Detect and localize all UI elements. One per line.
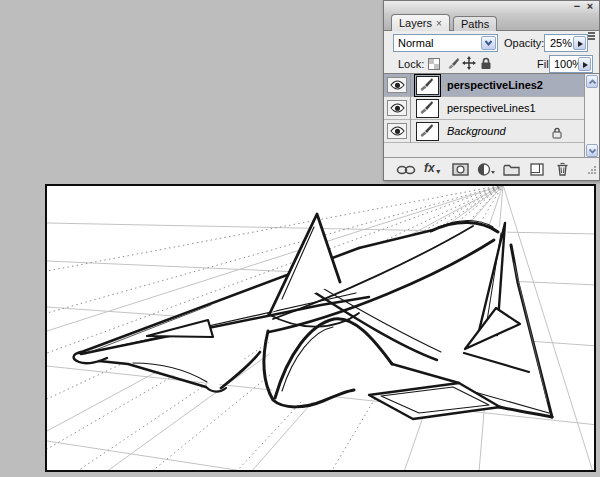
- new-group-folder-icon[interactable]: [503, 162, 520, 180]
- fill-slider-arrow-icon[interactable]: [578, 57, 591, 71]
- background-locked-icon: [552, 125, 562, 143]
- opacity-slider-arrow-icon[interactable]: [573, 36, 586, 50]
- lock-transparency-icon[interactable]: [428, 56, 440, 74]
- layer-thumbnail[interactable]: [416, 122, 439, 141]
- brush-stroke-thumbnail: [417, 100, 436, 115]
- lock-position-move-icon[interactable]: [462, 56, 476, 74]
- layers-panel: − × Layers × Paths Normal Opacity: 25%: [383, 0, 600, 181]
- opacity-value: 25%: [550, 37, 572, 49]
- grid-line: [47, 441, 249, 470]
- panel-tab-row: Layers × Paths: [384, 13, 599, 31]
- opacity-label: Opacity:: [504, 37, 544, 49]
- minimize-button[interactable]: −: [571, 1, 583, 12]
- layer-thumbnail[interactable]: [416, 99, 439, 118]
- layer-list-scrollbar[interactable]: [584, 73, 599, 159]
- new-adjustment-layer-icon[interactable]: [477, 162, 496, 180]
- layer-row-perspectiveLines2[interactable]: perspectiveLines2: [384, 74, 584, 97]
- photoshop-workspace: { "layers_panel": { "window_buttons": { …: [0, 0, 600, 477]
- tab-close-icon[interactable]: ×: [436, 18, 442, 29]
- eye-icon[interactable]: [390, 103, 405, 113]
- visibility-cell[interactable]: [384, 97, 411, 120]
- document-canvas[interactable]: [45, 184, 596, 472]
- panel-resize-grip[interactable]: [588, 160, 597, 178]
- visibility-cell[interactable]: [384, 120, 411, 143]
- layer-list: perspectiveLines2 perspectiveLines1: [384, 73, 599, 159]
- layer-name[interactable]: Background: [447, 125, 506, 137]
- layer-name[interactable]: perspectiveLines1: [447, 102, 536, 114]
- new-layer-icon[interactable]: [530, 162, 544, 180]
- lock-pixels-brush-icon[interactable]: [446, 56, 460, 74]
- add-layer-mask-icon[interactable]: [452, 162, 469, 180]
- fx-label: fx: [424, 161, 435, 175]
- scroll-down-icon[interactable]: [586, 144, 598, 157]
- layer-name[interactable]: perspectiveLines2: [447, 79, 543, 91]
- fill-input[interactable]: 100%: [549, 55, 593, 73]
- tab-paths[interactable]: Paths: [453, 16, 497, 31]
- close-button[interactable]: ×: [584, 1, 596, 12]
- perspective-sketch: [47, 186, 594, 470]
- opacity-input[interactable]: 25%: [544, 34, 588, 52]
- tab-layers-label: Layers: [399, 17, 432, 29]
- tab-layers[interactable]: Layers ×: [391, 14, 450, 31]
- brush-stroke-thumbnail: [417, 77, 436, 92]
- delete-layer-trash-icon[interactable]: [556, 162, 569, 180]
- lock-label: Lock:: [398, 58, 424, 70]
- brush-stroke-thumbnail: [417, 123, 436, 138]
- tab-paths-label: Paths: [461, 18, 489, 30]
- layer-row-perspectiveLines1[interactable]: perspectiveLines1: [384, 97, 584, 120]
- link-layers-icon[interactable]: [396, 162, 416, 180]
- lock-all-padlock-icon[interactable]: [480, 56, 492, 74]
- visibility-cell[interactable]: [384, 74, 411, 97]
- blend-mode-select[interactable]: Normal: [393, 34, 498, 52]
- layer-style-fx-icon[interactable]: fx▼: [424, 161, 442, 175]
- layer-row-background[interactable]: Background: [384, 120, 584, 143]
- eye-icon[interactable]: [390, 126, 405, 136]
- layer-thumbnail[interactable]: [416, 76, 439, 95]
- eye-icon[interactable]: [390, 80, 405, 90]
- blend-mode-dropdown-arrow-icon[interactable]: [481, 36, 496, 50]
- layers-panel-toolbar: fx▼: [384, 157, 599, 180]
- scroll-up-icon[interactable]: [586, 75, 598, 88]
- blend-mode-value: Normal: [398, 37, 433, 49]
